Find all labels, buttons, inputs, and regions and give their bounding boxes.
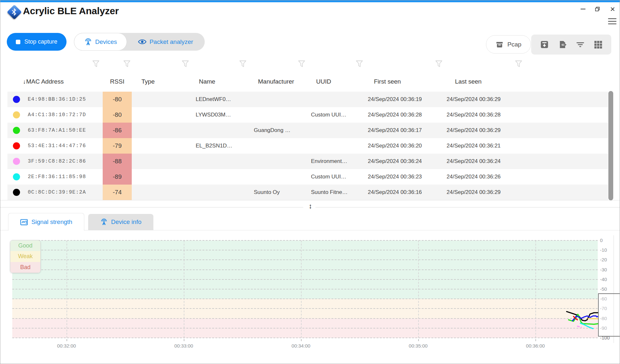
table-row[interactable]: 0C:8C:DC:39:9E:2A -74 Suunto Oy Suunto F…	[7, 185, 608, 200]
tab-signal-strength[interactable]: Signal strength	[8, 213, 84, 231]
cell-mac-address: 53:4E:31:44:47:76	[28, 138, 86, 154]
cell-manufacturer: Suunto Oy	[254, 185, 280, 200]
filter-funnel-icon[interactable]	[239, 60, 247, 69]
filter-funnel-icon[interactable]	[181, 60, 189, 69]
close-button[interactable]: ×	[607, 5, 618, 13]
splitter-line	[0, 207, 303, 207]
restore-button[interactable]	[592, 5, 603, 13]
column-header-first-seen[interactable]: First seen	[374, 75, 401, 89]
table-row[interactable]: 63:F8:7A:A1:50:EE -86 GuangDong … 24/Sep…	[7, 123, 608, 138]
horizontal-gridline	[12, 289, 598, 289]
table-scrollbar-thumb[interactable]	[608, 91, 613, 200]
x-axis-label: 00:32:00	[52, 343, 81, 349]
minimize-button[interactable]	[577, 5, 588, 13]
horizontal-gridline	[12, 259, 598, 260]
antenna-icon	[84, 38, 92, 46]
column-header-uuid[interactable]: UUID	[316, 75, 331, 89]
x-axis-tick	[67, 339, 67, 341]
x-axis-tick	[418, 339, 419, 341]
column-header-last-seen[interactable]: Last seen	[455, 75, 481, 89]
horizontal-gridline	[12, 328, 598, 329]
cell-mac-address: 3F:59:C8:82:2C:86	[28, 154, 86, 169]
legend-item-good: Good	[10, 240, 40, 251]
cell-mac-address: 0C:8C:DC:39:9E:2A	[28, 185, 86, 200]
filter-funnel-icon[interactable]	[92, 60, 100, 69]
table-row[interactable]: 3F:59:C8:82:2C:86 -88 Environment… 24/Se…	[7, 154, 608, 169]
table-row[interactable]: 2E:F8:36:11:85:98 -89 Custom UUI… 24/Sep…	[7, 169, 608, 185]
tab-packet-analyzer-label: Packet analyzer	[150, 38, 193, 46]
filter-funnel-icon[interactable]	[356, 60, 363, 69]
y-axis-zoom-selection[interactable]	[598, 293, 620, 337]
cell-first-seen: 24/Sep/2024 00:36:23	[368, 169, 422, 185]
cell-last-seen: 24/Sep/2024 00:36:29	[447, 185, 501, 200]
device-color-dot	[13, 142, 20, 149]
y-axis-label: -10	[600, 247, 614, 253]
filter-funnel-icon[interactable]	[298, 60, 305, 69]
signal-chart-icon	[20, 218, 28, 226]
x-axis-tick	[184, 339, 184, 341]
splitter-handle[interactable]: ↕	[306, 202, 315, 210]
cell-rssi: -74	[103, 185, 132, 200]
device-color-dot	[13, 189, 20, 196]
cell-mac-address: E4:98:BB:36:1D:25	[28, 92, 86, 107]
tab-devices[interactable]: Devices	[74, 33, 127, 51]
tab-packet-analyzer[interactable]: Packet analyzer	[126, 33, 205, 51]
x-axis-label: 00:35:00	[404, 343, 433, 349]
cell-first-seen: 24/Sep/2024 00:36:16	[368, 185, 422, 200]
device-color-dot	[13, 127, 20, 134]
app-title: Acrylic BLE Analyzer	[23, 5, 119, 16]
x-axis-label: 00:34:00	[286, 343, 315, 349]
device-color-dot	[13, 96, 20, 103]
cell-name: LEDnetWF0…	[196, 92, 231, 107]
stop-capture-button[interactable]: Stop capture	[7, 33, 67, 51]
horizontal-gridline	[12, 318, 598, 319]
cell-last-seen: 24/Sep/2024 00:36:21	[447, 138, 501, 154]
cell-manufacturer: GuangDong …	[254, 123, 290, 138]
cell-rssi: -80	[103, 107, 132, 123]
filter-funnel-icon[interactable]	[435, 60, 443, 69]
cell-mac-address: 63:F8:7A:A1:50:EE	[28, 123, 86, 138]
cell-last-seen: 24/Sep/2024 00:36:29	[447, 123, 501, 138]
menu-icon[interactable]	[608, 18, 616, 24]
column-header-manufacturer[interactable]: Manufacturer	[258, 75, 294, 89]
device-color-dot	[13, 158, 20, 165]
tab-device-info[interactable]: Device info	[88, 214, 153, 230]
table-row[interactable]: 53:4E:31:44:47:76 -79 EL_B2SN1D… 24/Sep/…	[7, 138, 608, 154]
tab-device-info-label: Device info	[111, 218, 141, 226]
table-bottom-border	[0, 200, 620, 200]
table-row[interactable]: A4:C1:38:10:72:7D -80 LYWSD03M… Custom U…	[7, 107, 608, 123]
table-row[interactable]: E4:98:BB:36:1D:25 -80 LEDnetWF0… 24/Sep/…	[7, 92, 608, 107]
pcap-button[interactable]: Pcap	[486, 35, 531, 54]
filter-funnel-icon[interactable]	[515, 60, 522, 69]
column-header-type[interactable]: Type	[141, 75, 155, 89]
cell-last-seen: 24/Sep/2024 00:36:24	[447, 154, 501, 169]
horizontal-gridline	[12, 308, 598, 309]
cell-rssi: -80	[103, 92, 132, 107]
toolbar-icon-tray	[531, 35, 611, 55]
cell-last-seen: 24/Sep/2024 00:36:26	[447, 169, 501, 185]
save-capture-icon[interactable]	[540, 40, 549, 49]
bluetooth-logo-icon	[7, 5, 22, 19]
horizontal-gridline	[12, 298, 598, 299]
grid-view-icon[interactable]	[594, 40, 603, 49]
bluetooth-rune-icon	[10, 8, 18, 16]
cell-rssi: -88	[103, 154, 132, 169]
window-accent-bar	[0, 0, 620, 2]
column-header-rssi[interactable]: RSSI	[103, 75, 132, 89]
column-header-name[interactable]: Name	[199, 75, 215, 89]
x-axis-tick	[301, 339, 302, 341]
filter-lines-icon[interactable]	[576, 40, 585, 49]
cell-uuid: Suunto Fitne…	[311, 185, 347, 200]
filter-funnel-icon[interactable]	[123, 60, 131, 69]
cell-rssi: -86	[103, 123, 132, 138]
horizontal-gridline	[12, 250, 598, 250]
cell-mac-address: A4:C1:38:10:72:7D	[28, 107, 86, 123]
sort-descending-icon: ↓	[23, 78, 26, 85]
cell-name: EL_B2SN1D…	[196, 138, 232, 154]
export-file-icon[interactable]	[558, 40, 567, 49]
x-axis-tick	[535, 339, 536, 341]
cell-last-seen: 24/Sep/2024 00:36:28	[447, 107, 501, 123]
horizontal-gridline	[12, 279, 598, 280]
column-header-mac[interactable]: ↓MAC Address	[23, 75, 64, 89]
cell-mac-address: 2E:F8:36:11:85:98	[28, 169, 86, 185]
